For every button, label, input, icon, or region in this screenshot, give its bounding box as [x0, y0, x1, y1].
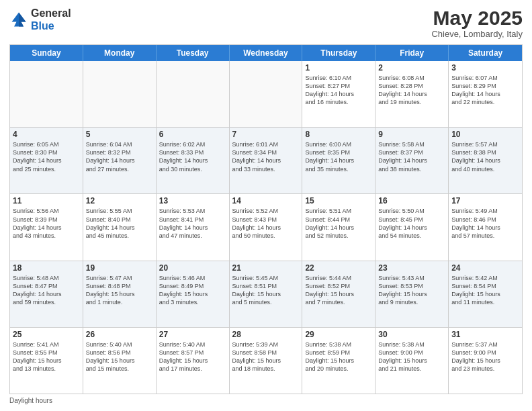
day-info: Sunrise: 6:00 AM Sunset: 8:35 PM Dayligh…	[305, 140, 372, 173]
day-info: Sunrise: 5:51 AM Sunset: 8:44 PM Dayligh…	[305, 207, 372, 240]
calendar-cell: 23Sunrise: 5:43 AM Sunset: 8:53 PM Dayli…	[375, 261, 449, 327]
calendar-cell	[83, 61, 157, 127]
day-info: Sunrise: 5:38 AM Sunset: 8:59 PM Dayligh…	[305, 340, 372, 373]
day-info: Sunrise: 6:10 AM Sunset: 8:27 PM Dayligh…	[305, 74, 372, 107]
footer-note-text: Daylight hours	[9, 397, 52, 404]
calendar-cell: 31Sunrise: 5:37 AM Sunset: 9:00 PM Dayli…	[449, 328, 522, 394]
day-number: 29	[305, 330, 372, 339]
day-number: 10	[451, 130, 519, 139]
day-info: Sunrise: 5:43 AM Sunset: 8:53 PM Dayligh…	[378, 274, 445, 307]
day-number: 27	[159, 330, 226, 339]
calendar-cell: 12Sunrise: 5:55 AM Sunset: 8:40 PM Dayli…	[83, 194, 157, 260]
calendar-header-cell: Friday	[375, 45, 449, 61]
day-number: 25	[13, 330, 80, 339]
day-info: Sunrise: 5:44 AM Sunset: 8:52 PM Dayligh…	[305, 274, 372, 307]
calendar-cell: 25Sunrise: 5:41 AM Sunset: 8:55 PM Dayli…	[10, 328, 83, 394]
logo-general: General	[31, 7, 71, 19]
header: General Blue May 2025 Chieve, Lombardy, …	[9, 7, 523, 39]
day-number: 13	[159, 196, 226, 205]
day-info: Sunrise: 6:08 AM Sunset: 8:28 PM Dayligh…	[378, 74, 445, 107]
calendar-row: 4Sunrise: 6:05 AM Sunset: 8:30 PM Daylig…	[10, 127, 522, 193]
day-number: 1	[305, 63, 372, 73]
day-info: Sunrise: 5:58 AM Sunset: 8:37 PM Dayligh…	[378, 140, 445, 173]
calendar-header-cell: Saturday	[449, 45, 522, 61]
day-info: Sunrise: 5:38 AM Sunset: 9:00 PM Dayligh…	[378, 340, 445, 373]
logo-text: General Blue	[31, 7, 71, 32]
day-number: 9	[378, 130, 445, 139]
calendar-header: SundayMondayTuesdayWednesdayThursdayFrid…	[10, 45, 522, 61]
calendar-cell: 14Sunrise: 5:52 AM Sunset: 8:43 PM Dayli…	[230, 194, 303, 260]
logo: General Blue	[9, 7, 71, 32]
footer-note: Daylight hours	[9, 397, 523, 404]
day-info: Sunrise: 5:47 AM Sunset: 8:48 PM Dayligh…	[86, 274, 153, 307]
calendar-row: 11Sunrise: 5:56 AM Sunset: 8:39 PM Dayli…	[10, 193, 522, 260]
day-number: 6	[159, 130, 226, 139]
calendar-cell: 1Sunrise: 6:10 AM Sunset: 8:27 PM Daylig…	[302, 61, 375, 127]
day-number: 31	[451, 330, 519, 339]
day-number: 30	[378, 330, 445, 339]
day-number: 7	[232, 130, 300, 139]
title-block: May 2025 Chieve, Lombardy, Italy	[431, 7, 523, 39]
location: Chieve, Lombardy, Italy	[431, 29, 523, 39]
calendar-cell	[157, 61, 230, 127]
calendar-cell: 3Sunrise: 6:07 AM Sunset: 8:29 PM Daylig…	[449, 61, 522, 127]
day-info: Sunrise: 5:57 AM Sunset: 8:38 PM Dayligh…	[451, 140, 519, 173]
day-info: Sunrise: 5:39 AM Sunset: 8:58 PM Dayligh…	[232, 340, 300, 373]
calendar-cell: 22Sunrise: 5:44 AM Sunset: 8:52 PM Dayli…	[302, 261, 375, 327]
calendar-header-cell: Thursday	[302, 45, 375, 61]
day-info: Sunrise: 5:56 AM Sunset: 8:39 PM Dayligh…	[13, 207, 80, 240]
calendar-cell	[230, 61, 303, 127]
calendar-cell: 26Sunrise: 5:40 AM Sunset: 8:56 PM Dayli…	[83, 328, 157, 394]
day-number: 5	[86, 130, 153, 139]
calendar-cell: 13Sunrise: 5:53 AM Sunset: 8:41 PM Dayli…	[157, 194, 230, 260]
calendar-row: 25Sunrise: 5:41 AM Sunset: 8:55 PM Dayli…	[10, 327, 522, 394]
calendar-cell: 15Sunrise: 5:51 AM Sunset: 8:44 PM Dayli…	[302, 194, 375, 260]
calendar-header-cell: Wednesday	[230, 45, 303, 61]
calendar-cell: 20Sunrise: 5:46 AM Sunset: 8:49 PM Dayli…	[157, 261, 230, 327]
calendar-cell: 6Sunrise: 6:02 AM Sunset: 8:33 PM Daylig…	[157, 128, 230, 193]
calendar-cell: 28Sunrise: 5:39 AM Sunset: 8:58 PM Dayli…	[230, 328, 303, 394]
calendar-row: 1Sunrise: 6:10 AM Sunset: 8:27 PM Daylig…	[10, 61, 522, 127]
day-info: Sunrise: 5:52 AM Sunset: 8:43 PM Dayligh…	[232, 207, 300, 240]
day-number: 3	[451, 63, 519, 73]
month-title: May 2025	[431, 7, 523, 29]
day-number: 23	[378, 263, 445, 273]
day-info: Sunrise: 5:46 AM Sunset: 8:49 PM Dayligh…	[159, 274, 226, 307]
calendar-header-cell: Tuesday	[157, 45, 230, 61]
day-info: Sunrise: 5:50 AM Sunset: 8:45 PM Dayligh…	[378, 207, 445, 240]
day-number: 15	[305, 196, 372, 205]
calendar-cell: 5Sunrise: 6:04 AM Sunset: 8:32 PM Daylig…	[83, 128, 157, 193]
day-info: Sunrise: 5:53 AM Sunset: 8:41 PM Dayligh…	[159, 207, 226, 240]
day-info: Sunrise: 6:07 AM Sunset: 8:29 PM Dayligh…	[451, 74, 519, 107]
day-info: Sunrise: 5:48 AM Sunset: 8:47 PM Dayligh…	[13, 274, 80, 307]
day-info: Sunrise: 5:55 AM Sunset: 8:40 PM Dayligh…	[86, 207, 153, 240]
day-number: 17	[451, 196, 519, 205]
calendar-cell: 19Sunrise: 5:47 AM Sunset: 8:48 PM Dayli…	[83, 261, 157, 327]
calendar-cell: 18Sunrise: 5:48 AM Sunset: 8:47 PM Dayli…	[10, 261, 83, 327]
day-number: 4	[13, 130, 80, 139]
day-number: 28	[232, 330, 300, 339]
calendar-cell: 2Sunrise: 6:08 AM Sunset: 8:28 PM Daylig…	[375, 61, 449, 127]
day-info: Sunrise: 5:40 AM Sunset: 8:57 PM Dayligh…	[159, 340, 226, 373]
day-info: Sunrise: 5:42 AM Sunset: 8:54 PM Dayligh…	[451, 274, 519, 307]
day-number: 22	[305, 263, 372, 273]
day-number: 26	[86, 330, 153, 339]
day-number: 12	[86, 196, 153, 205]
day-number: 14	[232, 196, 300, 205]
day-number: 19	[86, 263, 153, 273]
calendar-cell: 4Sunrise: 6:05 AM Sunset: 8:30 PM Daylig…	[10, 128, 83, 193]
day-number: 11	[13, 196, 80, 205]
calendar-cell: 24Sunrise: 5:42 AM Sunset: 8:54 PM Dayli…	[449, 261, 522, 327]
calendar-cell: 27Sunrise: 5:40 AM Sunset: 8:57 PM Dayli…	[157, 328, 230, 394]
calendar-cell: 21Sunrise: 5:45 AM Sunset: 8:51 PM Dayli…	[230, 261, 303, 327]
day-number: 24	[451, 263, 519, 273]
day-number: 2	[378, 63, 445, 73]
calendar-body: 1Sunrise: 6:10 AM Sunset: 8:27 PM Daylig…	[10, 61, 522, 394]
calendar-cell: 10Sunrise: 5:57 AM Sunset: 8:38 PM Dayli…	[449, 128, 522, 193]
calendar-cell: 8Sunrise: 6:00 AM Sunset: 8:35 PM Daylig…	[302, 128, 375, 193]
day-info: Sunrise: 6:04 AM Sunset: 8:32 PM Dayligh…	[86, 140, 153, 173]
day-info: Sunrise: 6:02 AM Sunset: 8:33 PM Dayligh…	[159, 140, 226, 173]
calendar-cell: 29Sunrise: 5:38 AM Sunset: 8:59 PM Dayli…	[302, 328, 375, 394]
calendar-header-cell: Sunday	[10, 45, 83, 61]
calendar-cell: 17Sunrise: 5:49 AM Sunset: 8:46 PM Dayli…	[449, 194, 522, 260]
